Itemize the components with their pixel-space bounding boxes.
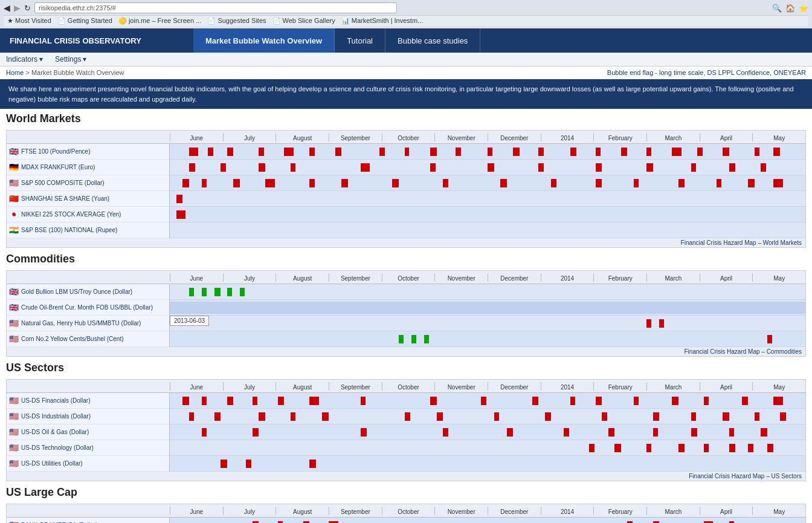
data-row-financials[interactable] xyxy=(170,393,805,409)
indicators-arrow: ▾ xyxy=(39,55,43,63)
bookmark-getting-started[interactable]: 📄 Getting Started xyxy=(57,17,112,25)
month-september-cm: September xyxy=(329,273,382,282)
label-text-sp500: S&P 500 COMPOSITE (Dollar) xyxy=(21,180,105,186)
label-corn[interactable]: 🇺🇸Corn No.2 Yellow Cents/Bushel (Cent) xyxy=(7,331,169,347)
world-markets-footer: Financial Crisis Hazard Map – World Mark… xyxy=(7,238,805,247)
data-row-sp500[interactable] xyxy=(170,175,805,191)
bookmark-joinme[interactable]: 🟡 join.me – Free Screen ... xyxy=(118,17,202,25)
label-text-spbse: S&P BSE (100) NATIONAL (Rupee) xyxy=(21,227,117,233)
label-financials[interactable]: 🇺🇸US-DS Financials (Dollar) xyxy=(7,393,169,409)
label-mdax[interactable]: 🇩🇪MDAX FRANKFURT (Euro) xyxy=(7,160,169,175)
label-nikkei[interactable]: 🇯🇵NIKKEI 225 STOCK AVERAGE (Yen) xyxy=(7,207,169,223)
us-large-cap-months: June July August September October Novem… xyxy=(170,507,805,515)
bookmark-most-visited[interactable]: ★ Most Visited xyxy=(7,17,51,25)
tab-tutorial[interactable]: Tutorial xyxy=(335,28,385,53)
month-2014-wm: 2014 xyxy=(541,133,594,141)
flag-uk-gold: 🇬🇧 xyxy=(9,287,19,296)
data-row-gold[interactable] xyxy=(170,284,805,300)
data-row-industrials[interactable] xyxy=(170,409,805,424)
commodities-axis: June July August September October Novem… xyxy=(7,271,805,284)
label-utilities[interactable]: 🇺🇸US-DS Utilities (Dollar) xyxy=(7,456,169,472)
search-icon[interactable]: 🔍 xyxy=(772,4,782,13)
data-row-nikkei[interactable] xyxy=(170,207,805,223)
commodities-footer: Financial Crisis Hazard Map – Commoditie… xyxy=(7,347,805,356)
label-text-ftse100: FTSE 100 (Pound/Pence) xyxy=(21,148,91,155)
address-bar[interactable]: risikopedia.ethz.ch:2375/# xyxy=(34,2,397,13)
info-banner: We share here an experiment presenting n… xyxy=(0,79,812,109)
month-december-cm: December xyxy=(488,273,541,282)
label-industrials[interactable]: 🇺🇸US-DS Industrials (Dollar) xyxy=(7,409,169,424)
label-text-ind: US-DS Industrials (Dollar) xyxy=(21,413,91,420)
label-oil-gas[interactable]: 🇺🇸US-DS Oil & Gas (Dollar) xyxy=(7,424,169,440)
world-markets-months: June July August September October Novem… xyxy=(170,133,805,141)
data-row-spbse[interactable] xyxy=(170,223,805,238)
label-text-gold: Gold Bullion LBM US/Troy Ounce (Dollar) xyxy=(21,288,132,295)
refresh-icon[interactable]: ↻ xyxy=(24,4,31,13)
nav-indicators[interactable]: Indicators ▾ xyxy=(6,55,43,63)
home-icon[interactable]: 🏠 xyxy=(785,4,795,13)
data-row-tech[interactable] xyxy=(170,440,805,456)
breadcrumb-separator: > xyxy=(25,69,31,76)
month-february-wm: February xyxy=(593,133,646,141)
nav-settings[interactable]: Settings ▾ xyxy=(55,55,86,63)
label-shanghai[interactable]: 🇨🇳SHANGHAI SE A SHARE (Yuan) xyxy=(7,191,169,207)
month-march-lc: March xyxy=(646,507,700,515)
label-text-fin: US-DS Financials (Dollar) xyxy=(21,397,90,404)
label-ftse100[interactable]: 🇬🇧FTSE 100 (Pound/Pence) xyxy=(7,144,169,160)
month-october-lc: October xyxy=(382,507,435,515)
label-sp500[interactable]: 🇺🇸S&P 500 COMPOSITE (Dollar) xyxy=(7,175,169,191)
data-row-crude[interactable] xyxy=(170,300,805,316)
month-november-lc: November xyxy=(434,507,488,515)
current-indicator[interactable]: Bubble end flag - long time scale, DS LP… xyxy=(607,69,806,76)
label-boa[interactable]: 🇺🇸BANK OF AMERICA (Dollar) xyxy=(7,518,169,523)
breadcrumb: Home > Market Bubble Watch Overview xyxy=(6,69,124,76)
data-row-utilities[interactable] xyxy=(170,456,805,472)
bookmark-web-slice[interactable]: 📄 Web Slice Gallery xyxy=(272,17,335,25)
month-march-cm: March xyxy=(646,273,700,282)
label-natgas[interactable]: 🇺🇸Natural Gas, Henry Hub US/MMBTU (Dolla… xyxy=(7,316,169,331)
month-may-wm: May xyxy=(752,133,805,141)
label-technology[interactable]: 🇺🇸US-DS Technology (Dollar) xyxy=(7,440,169,456)
forward-icon[interactable]: ▶ xyxy=(14,3,21,13)
flag-in: 🇮🇳 xyxy=(9,226,19,235)
commodities-rows: 🇬🇧Gold Bullion LBM US/Troy Ounce (Dollar… xyxy=(7,284,805,347)
data-row-ftse[interactable] xyxy=(170,144,805,160)
label-text-tech: US-DS Technology (Dollar) xyxy=(21,444,94,451)
data-row-corn[interactable] xyxy=(170,331,805,347)
label-crude[interactable]: 🇬🇧Crude Oil-Brent Cur. Month FOB US/BBL … xyxy=(7,300,169,316)
month-september-wm: September xyxy=(329,133,382,141)
data-row-mdax[interactable] xyxy=(170,160,805,175)
us-large-cap-chart: June July August September October Novem… xyxy=(6,504,806,523)
label-gold[interactable]: 🇬🇧Gold Bullion LBM US/Troy Ounce (Dollar… xyxy=(7,284,169,300)
tab-market-bubble-watch[interactable]: Market Bubble Watch Overview xyxy=(193,28,335,53)
data-row-oil[interactable] xyxy=(170,424,805,440)
data-row-shanghai[interactable] xyxy=(170,191,805,207)
flag-de: 🇩🇪 xyxy=(9,163,19,172)
month-april-lc: April xyxy=(700,507,753,515)
back-icon[interactable]: ◀ xyxy=(4,3,10,13)
bookmark-suggested[interactable]: 📄 Suggested Sites xyxy=(207,17,266,25)
us-large-cap-section: US Large Cap xyxy=(0,482,812,504)
us-sectors-rows: 🇺🇸US-DS Financials (Dollar) 🇺🇸US-DS Indu… xyxy=(7,393,805,472)
star-icon[interactable]: ⭐ xyxy=(799,4,808,13)
us-sectors-axis: June July August September October Novem… xyxy=(7,380,805,393)
breadcrumb-home[interactable]: Home xyxy=(6,69,24,76)
commodities-section: Commodities xyxy=(0,249,812,270)
month-april-wm: April xyxy=(700,133,753,141)
month-september-lc: September xyxy=(329,507,382,515)
bookmark-marketsmith[interactable]: 📊 MarketSmith | Investm... xyxy=(341,17,423,25)
month-september-us: September xyxy=(329,382,382,391)
label-spbse[interactable]: 🇮🇳S&P BSE (100) NATIONAL (Rupee) xyxy=(7,223,169,238)
breadcrumb-current: Market Bubble Watch Overview xyxy=(31,69,124,76)
label-text-util: US-DS Utilities (Dollar) xyxy=(21,460,83,467)
label-text-crude: Crude Oil-Brent Cur. Month FOB US/BBL (D… xyxy=(21,304,153,311)
commodities-tooltip: 2013-06-03 xyxy=(170,316,209,326)
tab-bubble-case-studies[interactable]: Bubble case studies xyxy=(385,28,480,53)
world-markets-chart: June July August September October Novem… xyxy=(6,130,806,248)
data-row-boa[interactable] xyxy=(170,518,805,523)
us-sectors-months: June July August September October Novem… xyxy=(170,382,805,391)
month-november-cm: November xyxy=(434,273,488,282)
month-june-lc: June xyxy=(170,507,223,515)
data-row-natgas[interactable] xyxy=(170,316,805,331)
flag-us-tech: 🇺🇸 xyxy=(9,443,19,452)
